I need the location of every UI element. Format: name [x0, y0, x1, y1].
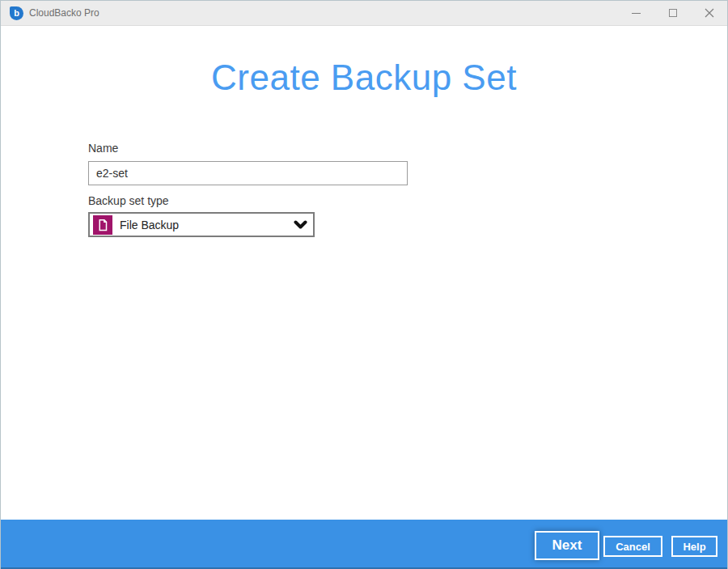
name-label: Name [88, 142, 118, 155]
title-bar: b CloudBacko Pro [1, 1, 727, 26]
app-window: b CloudBacko Pro Create Backup Set Name … [0, 0, 728, 569]
close-button[interactable] [691, 1, 727, 25]
page-title: Create Backup Set [1, 57, 727, 98]
window-controls [618, 1, 727, 25]
minimize-icon [632, 13, 641, 14]
next-button[interactable]: Next [535, 531, 599, 560]
close-icon [705, 8, 714, 18]
minimize-button[interactable] [618, 1, 654, 25]
cancel-button[interactable]: Cancel [603, 536, 662, 557]
maximize-button[interactable] [654, 1, 691, 25]
window-title: CloudBacko Pro [29, 7, 99, 19]
backup-set-type-value: File Backup [120, 219, 179, 231]
footer-bar: Next Cancel Help [1, 520, 727, 569]
help-button[interactable]: Help [671, 536, 717, 557]
maximize-icon [669, 9, 677, 17]
backup-set-type-select[interactable]: File Backup [88, 212, 315, 237]
file-backup-icon [93, 215, 112, 235]
name-input[interactable] [88, 161, 408, 185]
app-logo-icon: b [10, 6, 23, 20]
chevron-down-icon [294, 220, 307, 229]
backup-set-type-label: Backup set type [88, 194, 169, 207]
main-content: Create Backup Set Name Backup set type F… [1, 27, 727, 520]
